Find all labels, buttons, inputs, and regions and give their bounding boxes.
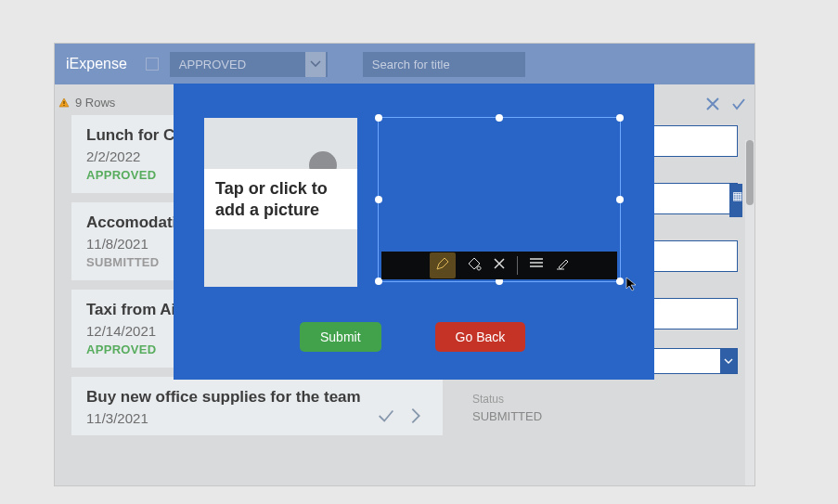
resize-handle[interactable]	[616, 196, 624, 203]
scrollbar[interactable]	[745, 140, 754, 486]
resize-handle[interactable]	[496, 114, 503, 122]
status-value: SUBMITTED	[472, 409, 751, 423]
status-block: Status SUBMITTED	[472, 393, 751, 423]
lines-icon[interactable]	[529, 257, 544, 274]
pen-icon[interactable]	[430, 252, 456, 278]
bucket-icon[interactable]	[467, 256, 482, 275]
resize-handle[interactable]	[375, 114, 382, 122]
card-actions	[376, 406, 426, 430]
close-icon[interactable]	[704, 96, 721, 116]
status-label: Status	[472, 393, 751, 406]
picture-prompt: Tap or click to add a picture	[204, 169, 357, 229]
svg-rect-1	[63, 105, 64, 106]
separator	[517, 256, 518, 275]
rows-label: 9 Rows	[75, 96, 115, 110]
close-icon[interactable]	[493, 257, 506, 274]
chevron-down-icon	[305, 52, 326, 77]
cursor-icon	[625, 277, 638, 295]
check-icon[interactable]	[376, 406, 396, 430]
resize-handle[interactable]	[616, 114, 624, 122]
modal-buttons: Submit Go Back	[300, 322, 525, 352]
warning-icon	[58, 97, 70, 109]
app-title: iExpense	[66, 56, 127, 72]
chevron-down-icon	[720, 349, 737, 373]
filter-dropdown[interactable]: APPROVED	[170, 52, 328, 77]
check-icon[interactable]	[730, 96, 747, 116]
picture-dropzone[interactable]: Tap or click to add a picture	[204, 118, 357, 287]
drawing-toolbar	[381, 252, 617, 279]
resize-handle[interactable]	[375, 196, 382, 203]
signature-modal: Tap or click to add a picture Submit Go …	[174, 84, 654, 380]
filter-value: APPROVED	[170, 52, 328, 77]
submit-button[interactable]: Submit	[300, 322, 381, 352]
chevron-right-icon[interactable]	[406, 406, 426, 430]
header-bar: iExpense APPROVED	[55, 44, 754, 84]
edit-icon[interactable]	[555, 256, 570, 275]
card-title: Buy new office supplies for the team	[86, 388, 428, 407]
list-item[interactable]: Buy new office supplies for the team 11/…	[71, 377, 443, 435]
resize-handle[interactable]	[616, 278, 624, 285]
header-checkbox[interactable]	[146, 58, 159, 71]
calendar-icon: ▦	[732, 189, 742, 202]
scrollbar-thumb[interactable]	[746, 140, 754, 205]
search-input[interactable]	[363, 52, 525, 77]
svg-rect-0	[63, 101, 64, 104]
goback-button[interactable]: Go Back	[435, 322, 526, 352]
